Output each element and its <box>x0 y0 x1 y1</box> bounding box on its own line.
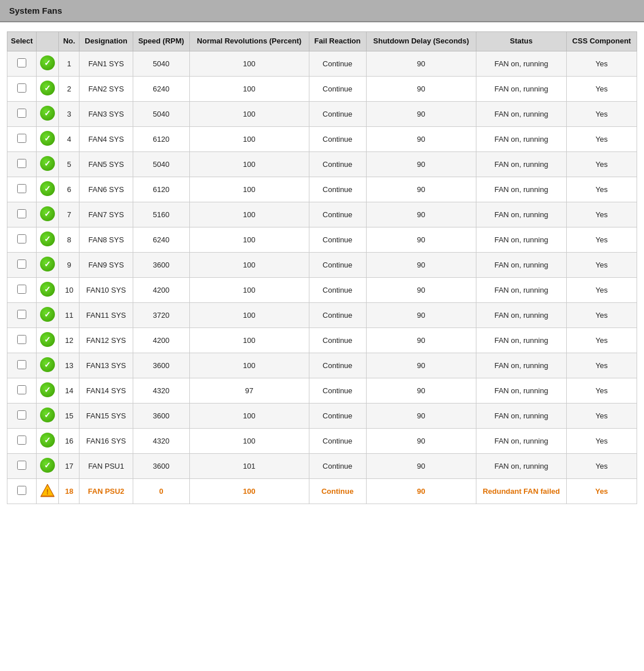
select-cell <box>7 478 37 504</box>
row-checkbox[interactable] <box>17 234 26 243</box>
fan-revolutions: 100 <box>189 403 309 428</box>
fan-shutdown-delay: 90 <box>366 252 476 277</box>
table-row: 2FAN2 SYS6240100Continue90FAN on, runnin… <box>7 76 637 101</box>
fan-status: FAN on, running <box>476 302 567 327</box>
fan-shutdown-delay: 90 <box>366 126 476 151</box>
status-icon-cell <box>37 76 59 101</box>
status-icon-cell <box>37 277 59 302</box>
fan-designation: FAN16 SYS <box>79 428 133 453</box>
select-cell <box>7 453 37 478</box>
status-icon-cell <box>37 428 59 453</box>
ok-icon <box>40 181 55 196</box>
table-row: ! 18FAN PSU20100Continue90Redundant FAN … <box>7 478 637 504</box>
fan-revolutions: 100 <box>189 151 309 177</box>
fan-status: Redundant FAN failed <box>476 478 567 504</box>
ok-icon <box>40 458 55 473</box>
fan-revolutions: 100 <box>189 202 309 227</box>
row-checkbox[interactable] <box>17 436 26 445</box>
status-icon-cell <box>37 202 59 227</box>
status-icon-cell <box>37 177 59 202</box>
ok-icon <box>40 257 55 271</box>
fan-css-component: Yes <box>566 101 637 126</box>
row-checkbox[interactable] <box>17 259 26 269</box>
fan-status: FAN on, running <box>476 252 567 277</box>
row-checkbox[interactable] <box>17 109 26 118</box>
fan-speed: 4200 <box>133 327 189 353</box>
row-checkbox[interactable] <box>17 285 26 294</box>
row-checkbox[interactable] <box>17 58 26 67</box>
fan-designation: FAN12 SYS <box>79 327 133 353</box>
fan-css-component: Yes <box>566 428 637 453</box>
select-cell <box>7 428 37 453</box>
ok-icon <box>40 156 55 171</box>
table-row: 16FAN16 SYS4320100Continue90FAN on, runn… <box>7 428 637 453</box>
fan-shutdown-delay: 90 <box>366 353 476 378</box>
fan-fail-reaction: Continue <box>309 252 366 277</box>
fan-number: 16 <box>59 428 79 453</box>
ok-icon <box>40 81 55 95</box>
fan-css-component: Yes <box>566 126 637 151</box>
select-cell <box>7 353 37 378</box>
fan-css-component: Yes <box>566 478 637 504</box>
row-checkbox[interactable] <box>17 486 26 495</box>
fan-number: 5 <box>59 151 79 177</box>
ok-icon <box>40 433 55 448</box>
fan-revolutions: 100 <box>189 252 309 277</box>
fan-designation: FAN2 SYS <box>79 76 133 101</box>
row-checkbox[interactable] <box>17 184 26 193</box>
fan-css-component: Yes <box>566 277 637 302</box>
fan-revolutions: 100 <box>189 76 309 101</box>
fan-speed: 4200 <box>133 277 189 302</box>
row-checkbox[interactable] <box>17 209 26 218</box>
row-checkbox[interactable] <box>17 335 26 344</box>
col-designation: Designation <box>79 32 133 51</box>
fan-fail-reaction: Continue <box>309 478 366 504</box>
fan-speed: 3600 <box>133 453 189 478</box>
fan-designation: FAN5 SYS <box>79 151 133 177</box>
fan-revolutions: 100 <box>189 277 309 302</box>
fan-fail-reaction: Continue <box>309 327 366 353</box>
row-checkbox[interactable] <box>17 385 26 394</box>
status-icon-cell <box>37 353 59 378</box>
fan-fail-reaction: Continue <box>309 101 366 126</box>
fan-fail-reaction: Continue <box>309 403 366 428</box>
row-checkbox[interactable] <box>17 461 26 470</box>
row-checkbox[interactable] <box>17 159 26 168</box>
fan-shutdown-delay: 90 <box>366 478 476 504</box>
fan-designation: FAN PSU2 <box>79 478 133 504</box>
fan-number: 17 <box>59 453 79 478</box>
fan-status: FAN on, running <box>476 126 567 151</box>
select-cell <box>7 126 37 151</box>
fan-fail-reaction: Continue <box>309 378 366 403</box>
fan-css-component: Yes <box>566 151 637 177</box>
fan-revolutions: 100 <box>189 478 309 504</box>
fan-shutdown-delay: 90 <box>366 202 476 227</box>
warning-icon: ! <box>40 483 55 498</box>
fan-status: FAN on, running <box>476 378 567 403</box>
fan-designation: FAN9 SYS <box>79 252 133 277</box>
ok-icon <box>40 382 55 397</box>
fan-number: 4 <box>59 126 79 151</box>
fan-speed: 4320 <box>133 378 189 403</box>
row-checkbox[interactable] <box>17 83 26 93</box>
status-icon-cell <box>37 126 59 151</box>
fan-speed: 5040 <box>133 151 189 177</box>
status-icon-cell <box>37 252 59 277</box>
table-row: 1FAN1 SYS5040100Continue90FAN on, runnin… <box>7 51 637 76</box>
row-checkbox[interactable] <box>17 410 26 420</box>
fan-number: 15 <box>59 403 79 428</box>
fan-number: 18 <box>59 478 79 504</box>
row-checkbox[interactable] <box>17 310 26 319</box>
fan-status: FAN on, running <box>476 277 567 302</box>
fan-status: FAN on, running <box>476 353 567 378</box>
col-fail-reaction: Fail Reaction <box>309 32 366 51</box>
row-checkbox[interactable] <box>17 134 26 143</box>
fan-css-component: Yes <box>566 227 637 252</box>
col-no: No. <box>59 32 79 51</box>
row-checkbox[interactable] <box>17 360 26 369</box>
select-cell <box>7 227 37 252</box>
fan-speed: 0 <box>133 478 189 504</box>
col-shutdown-delay: Shutdown Delay (Seconds) <box>366 32 476 51</box>
fan-number: 10 <box>59 277 79 302</box>
fan-shutdown-delay: 90 <box>366 227 476 252</box>
